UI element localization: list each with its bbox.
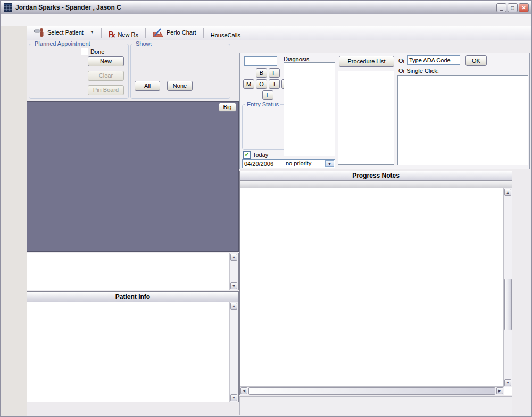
housecalls-label: HouseCalls (211, 32, 240, 38)
window-title: Jordan Sparks - Spander , Jason C (15, 1, 121, 14)
new-button[interactable]: New (88, 56, 124, 66)
close-button[interactable]: ✕ (519, 3, 529, 12)
diagnosis-list[interactable] (284, 62, 335, 156)
priority-value: no priority (286, 160, 311, 166)
surface-l-button[interactable]: L (262, 90, 273, 100)
priority-dropdown[interactable]: no priority ▼ (284, 159, 335, 168)
app-window: Jordan Sparks - Spander , Jason C _ □ ✕ … (0, 0, 532, 417)
date-input[interactable] (242, 159, 287, 168)
or-label: Or (398, 57, 405, 64)
enter-treatment-panel: B F M O I D L Entry Status ✔ Today Diagn… (239, 53, 530, 169)
toolbar-separator (101, 28, 102, 38)
chevron-down-icon[interactable]: ▼ (325, 160, 334, 167)
quick-procedure-list[interactable] (397, 75, 528, 165)
perio-chart-label: Perio Chart (167, 29, 196, 36)
select-patient-button[interactable]: Select Patient ▼ (30, 26, 98, 39)
surface-f-button[interactable]: F (269, 68, 280, 78)
module-sidebar (1, 26, 27, 416)
chart-notes[interactable]: ▲ ▼ (27, 253, 239, 290)
perio-probe-icon (153, 28, 164, 37)
app-icon (4, 3, 12, 12)
patient-info-scrollbar[interactable]: ▲ ▼ (229, 302, 238, 402)
scroll-up-icon[interactable]: ▲ (230, 254, 237, 261)
today-label: Today (253, 152, 268, 158)
scroll-down-icon[interactable]: ▼ (504, 379, 511, 386)
today-checkbox[interactable]: ✔ Today (243, 151, 268, 159)
select-patient-icon (34, 28, 45, 37)
new-rx-button[interactable]: ℞ New Rx (105, 28, 142, 41)
progress-notes-body (240, 188, 503, 387)
toolbar: Select Patient ▼ ℞ New Rx Perio Chart Ho… (27, 26, 531, 40)
maximize-button[interactable]: □ (508, 3, 518, 12)
scrollbar-thumb[interactable] (248, 387, 495, 395)
housecalls-button[interactable]: HouseCalls (207, 28, 244, 41)
show-title: Show: (134, 40, 154, 47)
tooth-chart[interactable] (27, 101, 239, 252)
toolbar-separator (203, 28, 204, 38)
none-button[interactable]: None (167, 81, 193, 91)
surface-o-button[interactable]: O (256, 79, 267, 89)
surface-i-button[interactable]: I (269, 79, 280, 89)
perio-chart-button[interactable]: Perio Chart (149, 26, 200, 39)
menu-bar (1, 14, 531, 26)
clear-button[interactable]: Clear (88, 71, 124, 81)
done-label: Done (90, 48, 104, 55)
title-bar[interactable]: Jordan Sparks - Spander , Jason C _ □ ✕ (1, 1, 531, 15)
progress-notes-vscrollbar[interactable]: ▲ ▼ (503, 188, 512, 387)
single-click-label: Or Single Click: (398, 68, 439, 74)
scrollbar-thumb[interactable] (504, 279, 512, 330)
patient-info-table: ▲ ▼ (27, 302, 239, 402)
progress-notes-title: Progress Notes (240, 171, 512, 181)
checkbox-box: ✔ (243, 151, 251, 159)
big-button[interactable]: Big (219, 103, 236, 112)
progress-notes-hscrollbar[interactable]: ◀ ▶ (240, 386, 504, 395)
scroll-right-icon[interactable]: ▶ (496, 387, 503, 394)
scroll-left-icon[interactable]: ◀ (240, 387, 247, 394)
scroll-up-icon[interactable]: ▲ (230, 303, 237, 310)
surface-m-button[interactable]: M (243, 79, 254, 89)
select-patient-label: Select Patient (47, 29, 84, 36)
scroll-down-icon[interactable]: ▼ (230, 282, 237, 289)
below-table-panel (239, 396, 512, 415)
toolbar-separator (145, 28, 146, 38)
checkbox-box (81, 48, 88, 55)
procedure-list-button[interactable]: Procedure List (339, 56, 394, 67)
progress-notes: Progress Notes ▲ ▼ ◀ ▶ (239, 171, 512, 395)
pin-board-button[interactable]: Pin Board (88, 85, 124, 95)
planned-appointment-title: Planned Appointment (33, 40, 92, 47)
rx-icon: ℞ (109, 30, 115, 39)
surface-b-button[interactable]: B (256, 68, 267, 78)
chevron-down-icon: ▼ (90, 30, 94, 35)
minimize-button[interactable]: _ (496, 3, 506, 12)
all-button[interactable]: All (135, 81, 160, 91)
entry-status-title: Entry Status (245, 101, 280, 107)
scroll-down-icon[interactable]: ▼ (230, 394, 237, 401)
new-rx-label: New Rx (118, 31, 138, 38)
ok-button[interactable]: OK (466, 55, 487, 66)
patient-info-header: Patient Info (27, 291, 239, 302)
diagnosis-label: Diagnosis (284, 56, 309, 62)
done-checkbox[interactable]: Done (81, 48, 104, 55)
ada-code-input[interactable] (407, 55, 460, 65)
scroll-up-icon[interactable]: ▲ (504, 189, 511, 196)
tooth-number-input[interactable] (244, 56, 277, 66)
procedure-category-list[interactable] (338, 71, 394, 165)
notes-scrollbar[interactable]: ▲ ▼ (229, 253, 238, 290)
